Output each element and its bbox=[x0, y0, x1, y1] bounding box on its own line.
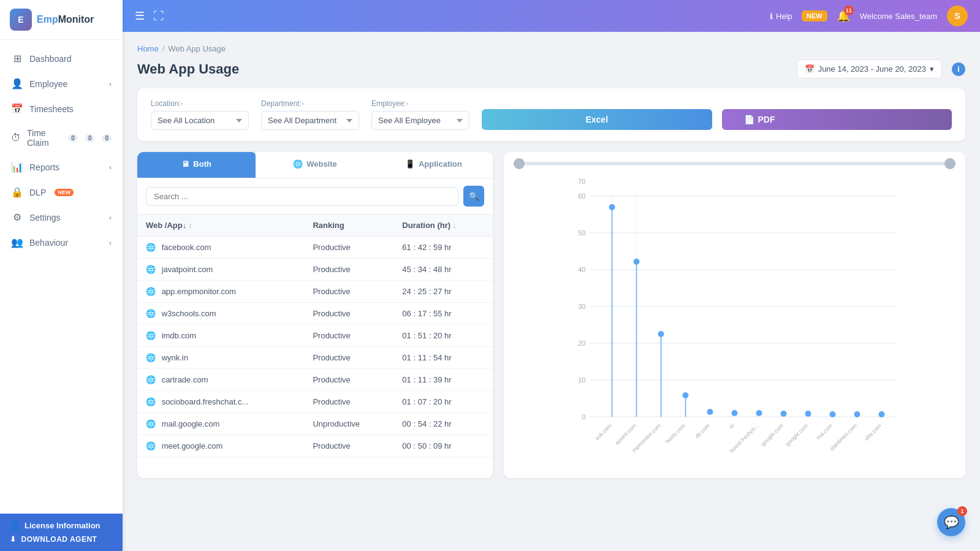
cell-web-app: 🌐 facebook.com bbox=[137, 237, 304, 259]
tab-both-label: Both bbox=[193, 159, 211, 169]
svg-text:60: 60 bbox=[578, 192, 585, 200]
new-badge-button[interactable]: NEW bbox=[802, 6, 827, 26]
topbar: ☰ ⛶ ℹ Help NEW 🔔 11 Welcome Sales_team S bbox=[123, 0, 980, 32]
globe-icon: 🌐 bbox=[146, 353, 156, 362]
topbar-right: ℹ Help NEW 🔔 11 Welcome Sales_team S bbox=[770, 6, 968, 26]
col-web-app[interactable]: Web /App↓ ↕ bbox=[137, 215, 304, 237]
col-ranking: Ranking bbox=[304, 215, 393, 237]
globe-icon: 🌐 bbox=[146, 441, 156, 450]
cell-duration: 00 : 48 : 46 hr bbox=[393, 457, 493, 460]
cell-ranking: Productive bbox=[304, 259, 393, 281]
table-row: 🌐 meet.google.com Productive 00 : 50 : 0… bbox=[137, 435, 493, 457]
department-select[interactable]: See All Department bbox=[261, 111, 359, 130]
filter-bar: Location:- See All Location Department:-… bbox=[137, 88, 965, 141]
cell-ranking: Productive bbox=[304, 369, 393, 391]
slider-thumb-right[interactable] bbox=[944, 158, 955, 169]
avatar[interactable]: S bbox=[947, 6, 968, 26]
sidebar-item-dlp[interactable]: 🔒 DLP NEW bbox=[0, 180, 123, 205]
website-icon: 🌐 bbox=[293, 159, 303, 169]
table-scroll[interactable]: Web /App↓ ↕ Ranking Duration (hr) ↓ bbox=[137, 215, 493, 460]
notification-count: 11 bbox=[844, 6, 854, 15]
table-row: 🌐 in.puma.com Productive 00 : 48 : 46 hr bbox=[137, 457, 493, 460]
data-point-4 bbox=[707, 409, 713, 415]
sidebar-item-label: Employee bbox=[29, 79, 67, 89]
badge-count-1: 0 bbox=[85, 134, 95, 142]
table-row: 🌐 w3schools.com Productive 06 : 17 : 55 … bbox=[137, 303, 493, 325]
data-point-8 bbox=[805, 411, 811, 417]
sidebar-item-behaviour[interactable]: 👥 Behaviour ‹ bbox=[0, 230, 123, 255]
license-icon: 👤 bbox=[10, 521, 20, 530]
sidebar-item-reports[interactable]: 📊 Reports ‹ bbox=[0, 154, 123, 180]
col-duration[interactable]: Duration (hr) ↓ bbox=[393, 215, 493, 237]
cell-ranking: Productive bbox=[304, 237, 393, 259]
logo[interactable]: E EmpMonitor bbox=[0, 0, 123, 40]
sidebar-item-label: DLP bbox=[29, 188, 46, 197]
cell-ranking: Productive bbox=[304, 347, 393, 369]
tab-both[interactable]: 🖥 Both bbox=[137, 152, 256, 178]
chat-notification: 1 bbox=[957, 506, 967, 516]
sidebar-item-settings[interactable]: ⚙ Settings ‹ bbox=[0, 205, 123, 230]
excel-button[interactable]: Excel bbox=[482, 109, 712, 130]
sidebar-item-label: Settings bbox=[29, 213, 61, 222]
employee-select[interactable]: See All Employee bbox=[371, 111, 469, 130]
info-icon[interactable]: i bbox=[952, 63, 965, 76]
tab-row: 🖥 Both 🌐 Website 📱 Application bbox=[137, 152, 493, 178]
employee-filter: Employee:- See All Employee bbox=[371, 99, 469, 130]
sidebar-item-dashboard[interactable]: ⊞ Dashboard bbox=[0, 46, 123, 71]
cell-web-app: 🌐 w3schools.com bbox=[137, 303, 304, 325]
location-label: Location:- bbox=[151, 99, 249, 108]
license-info-button[interactable]: 👤 License Information bbox=[10, 521, 113, 535]
topbar-left: ☰ ⛶ bbox=[135, 9, 164, 23]
chevron-icon: ‹ bbox=[109, 214, 112, 221]
sort-icon[interactable]: ↕ bbox=[189, 222, 192, 229]
cell-web-app: 🌐 wynk.in bbox=[137, 347, 304, 369]
cell-duration: 00 : 50 : 09 hr bbox=[393, 435, 493, 457]
tab-application-label: Application bbox=[419, 159, 462, 169]
tab-application[interactable]: 📱 Application bbox=[374, 152, 493, 178]
slider-track[interactable] bbox=[514, 162, 955, 165]
svg-text:ook.com: ook.com bbox=[594, 422, 613, 441]
date-range-picker[interactable]: 📅 June 14, 2023 - June 20, 2023 ▾ bbox=[797, 59, 942, 78]
sidebar-nav: ⊞ Dashboard 👤 Employee ‹ 📅 Timesheets ⏱ … bbox=[0, 40, 123, 514]
table-row: 🌐 app.empmonitor.com Productive 24 : 25 … bbox=[137, 281, 493, 303]
export-buttons: Excel 📄 PDF bbox=[482, 109, 952, 130]
department-filter: Department:- See All Department bbox=[261, 99, 359, 130]
help-button[interactable]: ℹ Help bbox=[770, 12, 792, 21]
location-select[interactable]: See All Location bbox=[151, 111, 249, 130]
sidebar-item-time-claim[interactable]: ⏱ Time Claim 0 0 0 bbox=[0, 121, 123, 154]
chart-panel: 0 10 20 30 40 50 60 70 bbox=[504, 152, 965, 478]
web-app-name: cartrade.com bbox=[162, 375, 208, 384]
cell-web-app: 🌐 app.empmonitor.com bbox=[137, 281, 304, 303]
slider-thumb-left[interactable] bbox=[514, 158, 525, 169]
reports-icon: 📊 bbox=[11, 161, 23, 173]
breadcrumb-home[interactable]: Home bbox=[137, 44, 159, 53]
time-claim-icon: ⏱ bbox=[11, 132, 21, 143]
pdf-button[interactable]: 📄 PDF bbox=[722, 109, 952, 130]
table-row: 🌐 mail.google.com Unproductive 00 : 54 :… bbox=[137, 413, 493, 435]
chat-button[interactable]: 💬 1 bbox=[937, 508, 965, 536]
table-row: 🌐 cartrade.com Productive 01 : 11 : 39 h… bbox=[137, 369, 493, 391]
download-label: DOWNLOAD AGENT bbox=[21, 535, 97, 544]
search-button[interactable]: 🔍 bbox=[463, 186, 484, 207]
cell-duration: 45 : 34 : 48 hr bbox=[393, 259, 493, 281]
breadcrumb-separator: / bbox=[162, 44, 165, 53]
notification-bell[interactable]: 🔔 11 bbox=[837, 9, 850, 23]
globe-icon: 🌐 bbox=[146, 309, 156, 318]
sidebar-item-timesheets[interactable]: 📅 Timesheets bbox=[0, 96, 123, 121]
cell-duration: 06 : 17 : 55 hr bbox=[393, 303, 493, 325]
web-app-name: app.empmonitor.com bbox=[162, 287, 236, 296]
chevron-icon: ‹ bbox=[109, 80, 112, 88]
svg-text:20: 20 bbox=[578, 340, 585, 347]
menu-icon[interactable]: ☰ bbox=[135, 9, 145, 23]
duration-sort-icon[interactable]: ↓ bbox=[453, 222, 457, 229]
expand-icon[interactable]: ⛶ bbox=[153, 10, 164, 23]
new-badge: NEW bbox=[55, 189, 74, 196]
cell-web-app: 🌐 socioboard.freshchat.c... bbox=[137, 391, 304, 413]
web-app-name: wynk.in bbox=[162, 353, 188, 362]
tab-website[interactable]: 🌐 Website bbox=[256, 152, 374, 178]
sidebar-item-employee[interactable]: 👤 Employee ‹ bbox=[0, 71, 123, 96]
sidebar-item-label: Reports bbox=[29, 162, 59, 172]
search-input[interactable] bbox=[146, 187, 458, 206]
web-app-name: facebook.com bbox=[162, 243, 211, 252]
download-agent-button[interactable]: ⬇ DOWNLOAD AGENT bbox=[10, 535, 113, 544]
